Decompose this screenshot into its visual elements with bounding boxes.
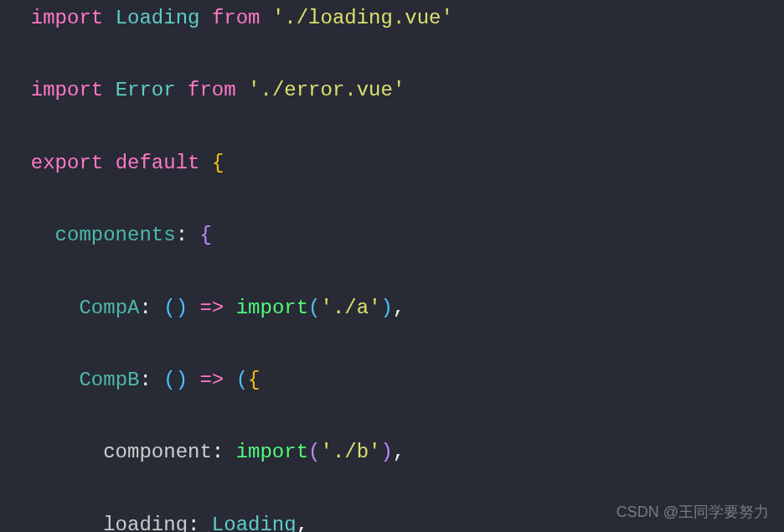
paren-open: ( [163, 369, 175, 391]
colon: : [188, 514, 199, 532]
string-literal: './loading.vue' [272, 7, 453, 29]
brace-open: { [248, 369, 260, 391]
paren-open: ( [308, 441, 320, 463]
paren-close: ) [176, 297, 188, 319]
colon: : [139, 297, 151, 319]
arrow-function: => [199, 369, 224, 391]
property-component: component [103, 441, 212, 463]
colon: : [176, 224, 188, 246]
property-loading: loading [103, 514, 188, 532]
colon: : [212, 441, 224, 463]
paren-close: ) [381, 441, 393, 463]
paren-open: ( [236, 369, 248, 391]
code-line: component: import('./b'), [7, 434, 784, 470]
string-literal: './b' [320, 441, 380, 463]
arrow-function: => [199, 297, 224, 319]
paren-open: ( [163, 297, 175, 319]
paren-close: ) [176, 369, 188, 391]
string-literal: './a' [321, 297, 381, 319]
string-literal: './error.vue' [248, 79, 405, 101]
code-block: import Loading from './loading.vue' impo… [7, 0, 784, 532]
brace-open: { [199, 224, 211, 246]
comma: , [393, 297, 405, 319]
brace-open: { [212, 152, 224, 174]
identifier-loading-ref: Loading [212, 514, 297, 532]
keyword-from: from [212, 7, 260, 29]
paren-close: ) [381, 297, 393, 319]
keyword-default: default [116, 152, 200, 174]
code-line: CompA: () => import('./a'), [7, 290, 784, 326]
identifier-loading: Loading [116, 7, 200, 29]
keyword-import: import [31, 7, 103, 29]
paren-open: ( [308, 297, 320, 319]
code-editor[interactable]: import Loading from './loading.vue' impo… [0, 0, 784, 532]
property-compa: CompA [79, 297, 139, 319]
comma: , [393, 441, 405, 463]
code-line: import Loading from './loading.vue' [7, 0, 784, 36]
comma: , [297, 514, 308, 532]
keyword-export: export [31, 152, 103, 174]
watermark-text: CSDN @王同学要努力 [616, 498, 769, 525]
colon: : [139, 369, 151, 391]
identifier-error: Error [116, 79, 176, 101]
keyword-from: from [188, 79, 236, 101]
code-line: CompB: () => ({ [7, 362, 784, 398]
property-components: components [55, 224, 176, 246]
code-line: components: { [7, 217, 784, 253]
code-line: import Error from './error.vue' [7, 72, 784, 108]
import-call: import [236, 441, 308, 463]
property-compb: CompB [79, 369, 139, 391]
keyword-import: import [31, 79, 103, 101]
import-call: import [236, 297, 308, 319]
code-line: export default { [7, 145, 784, 181]
